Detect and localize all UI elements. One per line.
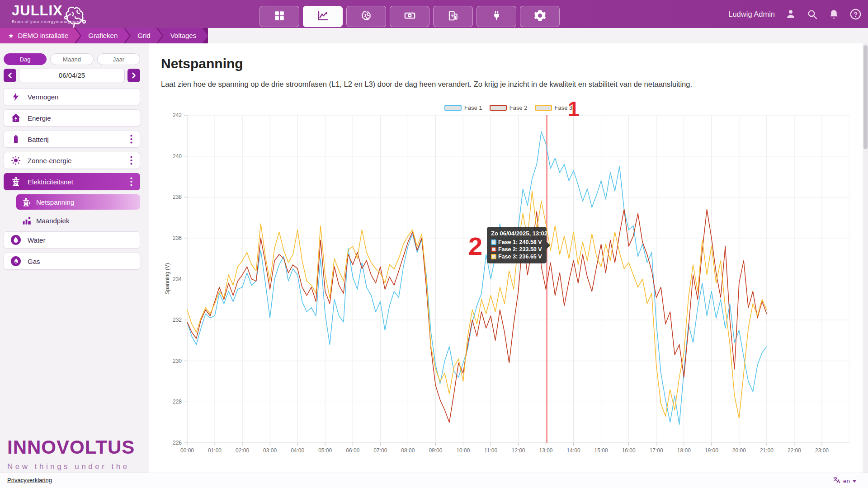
plug-icon: [491, 10, 502, 23]
nav-ai-button[interactable]: [346, 6, 386, 27]
y-tick-label: 230: [173, 358, 182, 364]
previous-day-button[interactable]: [4, 69, 16, 82]
translate-icon: [833, 476, 840, 486]
app-logo[interactable]: JULLIX Brain of your energymanagment: [12, 3, 81, 24]
vertical-scrollbar[interactable]: [863, 43, 868, 473]
sidebar-item-gas[interactable]: Gas: [4, 253, 140, 270]
date-input[interactable]: 06/04/25: [19, 69, 125, 82]
y-tick-label: 240: [173, 153, 182, 160]
y-tick-label: 228: [173, 399, 182, 405]
x-tick-label: 22:00: [788, 447, 801, 454]
app-header: JULLIX Brain of your energymanagment Lud…: [0, 0, 868, 28]
x-tick-label: 07:00: [373, 447, 387, 454]
x-axis-labels: 00:0001:0002:0003:0004:0005:0006:0007:00…: [187, 447, 849, 455]
tooltip-value: Fase 2: 233.50 V: [498, 246, 542, 253]
dashboard-icon: [274, 10, 285, 23]
language-label: en: [843, 478, 850, 484]
nav-devices-button[interactable]: [476, 6, 516, 27]
nav-finance-button[interactable]: [390, 6, 429, 27]
home-energy-icon: [10, 113, 21, 123]
sidebar-item-vermogen[interactable]: Vermogen: [4, 88, 140, 105]
legend-swatch: [490, 105, 507, 111]
sidebar-item-label: Zonne-energie: [28, 157, 72, 164]
sidebar-item-water[interactable]: Water: [4, 231, 140, 249]
x-tick-label: 03:00: [263, 447, 277, 454]
annotation-2: 2: [468, 231, 482, 261]
period-tab-dag[interactable]: Dag: [4, 53, 47, 65]
water-icon: [10, 235, 21, 245]
period-tab-jaar[interactable]: Jaar: [97, 53, 140, 65]
period-tab-maand[interactable]: Maand: [50, 53, 93, 65]
breadcrumb-item-grid[interactable]: Grid: [125, 28, 162, 43]
legend-item-fase-2[interactable]: Fase 2: [490, 104, 528, 111]
nav-settings-button[interactable]: [520, 6, 560, 27]
nav-charts-button[interactable]: [303, 6, 343, 27]
x-tick-label: 02:00: [236, 447, 249, 454]
main-nav: [259, 6, 560, 27]
kebab-menu-icon[interactable]: [127, 155, 135, 165]
sidebar: DagMaandJaar 06/04/25 VermogenEnergieBat…: [0, 43, 149, 473]
x-tick-label: 15:00: [594, 447, 608, 454]
brand-name: INNOVOLTUS: [7, 436, 149, 458]
language-selector[interactable]: en: [833, 476, 856, 486]
brain-logo-icon: [62, 4, 89, 30]
legend-item-fase-1[interactable]: Fase 1: [444, 104, 482, 111]
kebab-menu-icon[interactable]: [127, 177, 135, 187]
breadcrumb-label: DEMO installatie: [18, 32, 69, 39]
charts-icon: [317, 9, 329, 23]
sidebar-item-label: Water: [28, 236, 45, 244]
x-tick-label: 13:00: [539, 447, 552, 454]
y-axis-title: Spanning (V): [164, 263, 170, 295]
breadcrumb: ★DEMO installatieGrafiekenGridVoltages: [0, 28, 868, 43]
gas-icon: [10, 256, 21, 267]
sidebar-subitem-label: Maandpiek: [36, 217, 69, 225]
user-name: Ludwig Admin: [728, 10, 775, 19]
sidebar-item-zonne-energie[interactable]: Zonne-energie: [4, 152, 140, 169]
breadcrumb-item-demo-installatie[interactable]: ★DEMO installatie: [0, 28, 80, 43]
scrollbar-thumb[interactable]: [863, 45, 868, 149]
y-tick-label: 234: [173, 276, 182, 282]
caret-down-icon: [853, 480, 856, 483]
x-tick-label: 01:00: [208, 447, 222, 454]
series-fase-1: [187, 131, 767, 424]
legend-label: Fase 2: [509, 104, 528, 111]
sidebar-item-label: Gas: [28, 258, 40, 265]
breadcrumb-strip: ★DEMO installatieGrafiekenGridVoltages: [0, 28, 208, 43]
chart-plot-area[interactable]: [184, 115, 849, 446]
sidebar-subitem-netspanning[interactable]: Netspanning: [16, 194, 140, 210]
sidebar-item-batterij[interactable]: Batterij: [4, 131, 140, 148]
x-tick-label: 21:00: [760, 447, 774, 454]
legend-label: Fase 1: [464, 104, 482, 111]
next-day-button[interactable]: [127, 69, 140, 82]
nav-dashboard-button[interactable]: [259, 6, 299, 27]
search-icon[interactable]: [806, 8, 818, 20]
breadcrumb-label: Voltages: [170, 32, 197, 39]
sidebar-item-elektriciteitsnet[interactable]: Elektriciteitsnet: [4, 173, 140, 190]
legend-item-fase-3[interactable]: Fase 3: [535, 104, 573, 111]
x-tick-label: 18:00: [677, 447, 691, 454]
x-tick-label: 05:00: [318, 447, 332, 454]
nav-ev-charging-button[interactable]: [433, 6, 473, 27]
svg-text:?: ?: [854, 10, 858, 18]
x-tick-label: 08:00: [401, 447, 415, 454]
x-tick-label: 20:00: [732, 447, 746, 454]
sidebar-menu: VermogenEnergieBatterijZonne-energieElek…: [4, 88, 140, 274]
help-icon[interactable]: ?: [849, 8, 862, 20]
y-tick-label: 242: [173, 112, 182, 118]
kebab-menu-icon[interactable]: [127, 134, 135, 144]
user-area: Ludwig Admin ?: [728, 0, 862, 28]
star-icon: ★: [8, 32, 14, 39]
annotation-1: 1: [568, 97, 580, 121]
bell-icon[interactable]: [828, 8, 840, 20]
sidebar-item-energie[interactable]: Energie: [4, 109, 140, 127]
y-tick-label: 236: [173, 235, 182, 241]
privacy-link[interactable]: Privacyverklaring: [7, 477, 52, 483]
x-tick-label: 10:00: [456, 447, 470, 454]
sun-icon: [10, 155, 21, 166]
x-tick-label: 06:00: [346, 447, 359, 454]
breadcrumb-item-voltages[interactable]: Voltages: [158, 28, 208, 43]
breadcrumb-item-grafieken[interactable]: Grafieken: [75, 28, 129, 43]
sidebar-subitem-maandpiek[interactable]: Maandpiek: [16, 213, 140, 228]
user-icon[interactable]: [784, 8, 797, 20]
period-tabs: DagMaandJaar: [4, 53, 140, 65]
